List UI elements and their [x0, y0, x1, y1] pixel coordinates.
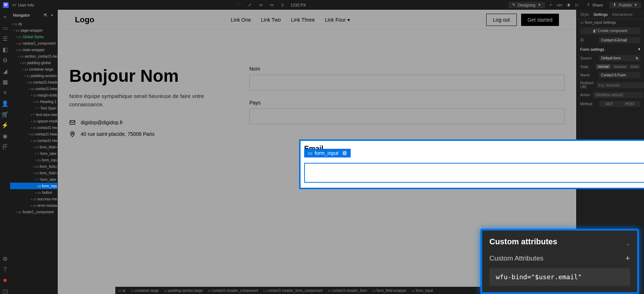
tree-item[interactable]: ▸▭form_inpu — [10, 157, 57, 163]
gear-icon[interactable]: ⚙ — [342, 151, 347, 156]
tree-item[interactable]: ▸Tform_labe — [10, 150, 57, 157]
ecommerce-icon[interactable]: 🛒 — [2, 111, 8, 117]
nav-link[interactable]: Link Two — [261, 17, 281, 23]
name-value[interactable]: Contact 6 Form — [599, 72, 640, 78]
breadcrumb-item[interactable]: ▭ contact1-header_form_component — [263, 289, 323, 293]
tree-item[interactable]: ▸H1Heading 1 — [10, 98, 57, 105]
chevron-down-icon[interactable] — [626, 240, 630, 244]
tree-item[interactable]: ▸▭form_inpu — [10, 183, 57, 189]
close-icon[interactable]: × — [49, 13, 54, 18]
tree-item[interactable]: ▸▭form_field-w — [10, 144, 57, 150]
users-icon[interactable]: 👤 — [2, 101, 8, 106]
publish-button[interactable]: ⬆ Publish ▾ — [609, 2, 641, 8]
redirect-input[interactable] — [596, 82, 644, 88]
add-attribute-button[interactable]: + — [625, 254, 630, 263]
tree-item[interactable]: ▸▭form_field-w — [10, 163, 57, 170]
tree-item[interactable]: ▸▭form_field-w — [10, 170, 57, 176]
styles-icon[interactable]: ◢ — [2, 68, 8, 74]
create-component-button[interactable]: ◧ Create component — [580, 27, 640, 34]
play-icon[interactable]: ▷ — [574, 3, 579, 8]
pages-icon[interactable]: ▭ — [2, 25, 8, 31]
input-nom[interactable] — [249, 75, 565, 90]
desktop-icon[interactable]: ▭ — [258, 3, 263, 8]
method-post[interactable]: POST — [620, 101, 641, 107]
state-success[interactable]: Success — [612, 64, 628, 69]
tree-item[interactable]: ▸▭padding-section-larg — [10, 72, 57, 79]
input-pays[interactable] — [249, 108, 565, 124]
webflow-logo-icon[interactable]: W — [3, 2, 9, 8]
components-icon[interactable]: ◧ — [2, 46, 8, 52]
breadcrumb-item[interactable]: ▭ padding-section-large — [164, 289, 203, 293]
state-normal[interactable]: Normal — [596, 64, 611, 69]
tree-item[interactable]: ▸▭footer1_component — [10, 209, 57, 215]
breakpoint-add-icon[interactable]: ⤢ — [248, 3, 253, 8]
tree-item[interactable]: ▸▭contact1-header — [10, 131, 57, 137]
nav-link[interactable]: Link Three — [291, 17, 315, 23]
comment-icon[interactable]: ◑ — [566, 3, 571, 8]
breadcrumb-item[interactable]: ▭ contact1-header_form — [328, 289, 367, 293]
tree-item[interactable]: ▸Tform_labe — [10, 176, 57, 183]
tree-item[interactable]: ▸▭page-wrapper — [10, 27, 57, 34]
tree-item[interactable]: ▸▭contact1-head — [10, 137, 57, 144]
logout-button[interactable]: Log out — [486, 14, 517, 26]
tree-item[interactable]: ▸▭spacer-mediu — [10, 118, 57, 124]
attribute-value[interactable]: wfu-bind="$user.email" — [489, 268, 630, 286]
video-icon[interactable]: ■ — [2, 277, 8, 283]
tree-item[interactable]: ▸▭contact1-header_c — [10, 79, 57, 85]
find-icon[interactable]: {F — [2, 144, 8, 150]
more-icon[interactable]: ⋯ — [237, 3, 242, 8]
nav-icon[interactable]: ☰ — [2, 36, 8, 41]
audit-icon[interactable]: ◳ — [2, 288, 8, 294]
chevron-down-icon[interactable]: ▾ — [638, 47, 640, 52]
tree-item[interactable]: ▸▭navbar1_component — [10, 40, 57, 46]
tree-item[interactable]: ▸▭margin-botton — [10, 92, 57, 98]
tree-item[interactable]: ▸▭padding-global — [10, 59, 57, 66]
state-error[interactable]: Error — [629, 64, 640, 69]
tree-item[interactable]: ▸▭Global Styles — [10, 34, 57, 40]
action-input[interactable] — [593, 92, 643, 98]
tree-item[interactable]: ▸▭dy — [10, 21, 57, 27]
page-indicator[interactable]: ▭ User Info — [12, 3, 34, 8]
add-icon[interactable]: + — [2, 14, 8, 20]
breadcrumb-item[interactable]: ▭ container-large — [130, 289, 159, 293]
tree-item[interactable]: ▸Ptext-size-med — [10, 111, 57, 118]
method-get[interactable]: GET — [599, 101, 620, 107]
mobile-icon[interactable]: ▯ — [280, 3, 285, 8]
tab-interactions[interactable]: Interactions — [612, 12, 632, 17]
settings-icon[interactable]: ⚙ — [2, 256, 8, 262]
tree-item[interactable]: ▸▭section_contact1-header — [10, 53, 57, 59]
nav-link[interactable]: Link Four▾ — [325, 17, 350, 23]
tree-item[interactable]: ▸▭contact1-header — [10, 85, 57, 92]
breadcrumb-item[interactable]: ▭ contact1-header_component — [208, 289, 258, 293]
tree-item[interactable]: ▸▭main-wrapper — [10, 46, 57, 53]
nav-link[interactable]: Link One — [231, 17, 251, 23]
cms-icon[interactable]: ≡ — [2, 90, 8, 95]
tree-item[interactable]: ▸▭error-message — [10, 202, 57, 209]
tree-item[interactable]: ▸▭success-mess — [10, 196, 57, 202]
help-icon[interactable]: ? — [2, 267, 8, 272]
apps-icon[interactable]: ◉ — [2, 133, 8, 139]
assets-icon[interactable]: ▦ — [2, 79, 8, 85]
id-value[interactable]: Contact-6-Email — [599, 37, 640, 43]
breadcrumb-item[interactable]: ▭ form_input — [412, 289, 433, 293]
input-email[interactable] — [304, 163, 644, 183]
code-icon[interactable]: </> — [557, 3, 562, 8]
tablet-icon[interactable]: ▭ — [269, 3, 274, 8]
mode-dropdown[interactable]: ✎ Designing ▾ — [508, 2, 545, 8]
tree-item[interactable]: ▸TText Span — [10, 105, 57, 111]
breadcrumb-item[interactable]: ▭ form_field-wrapper — [372, 289, 407, 293]
variables-icon[interactable]: ⚙ — [2, 57, 8, 63]
breadcrumb-item[interactable]: ▭ al — [118, 289, 125, 293]
tab-style[interactable]: Style — [580, 12, 589, 17]
tab-settings[interactable]: Settings — [593, 12, 608, 17]
source-select[interactable]: Default form ⇅ — [599, 55, 640, 61]
tree-item[interactable]: ▸▭container-large — [10, 66, 57, 72]
selection-tag[interactable]: ▭ form_input ⚙ — [304, 149, 351, 157]
tree-item[interactable]: ▸▭contact1-head — [10, 124, 57, 131]
pin-icon[interactable]: ⇱ — [43, 13, 48, 18]
check-icon[interactable]: ✓ — [548, 3, 554, 8]
share-button[interactable]: ⇪ Share — [583, 2, 606, 8]
tree-item[interactable]: ▸▭button — [10, 189, 57, 196]
get-started-button[interactable]: Get started — [521, 14, 559, 26]
logic-icon[interactable]: ⚡ — [2, 122, 8, 128]
